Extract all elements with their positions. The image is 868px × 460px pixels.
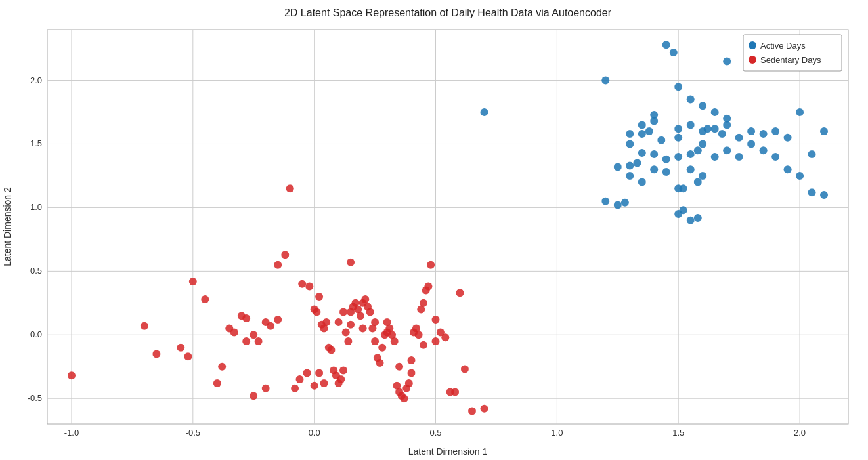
x-tick-label: 0.5 bbox=[429, 428, 441, 438]
active-point bbox=[784, 134, 792, 142]
sedentary-point bbox=[432, 337, 440, 345]
sedentary-point bbox=[230, 328, 238, 336]
sedentary-point bbox=[432, 316, 440, 324]
sedentary-point bbox=[242, 337, 250, 345]
sedentary-point bbox=[262, 385, 270, 392]
active-point bbox=[704, 125, 712, 133]
sedentary-point bbox=[371, 318, 379, 326]
active-point bbox=[626, 140, 634, 148]
sedentary-point bbox=[298, 280, 306, 288]
active-point bbox=[694, 178, 702, 186]
sedentary-point bbox=[376, 359, 384, 367]
sedentary-point bbox=[342, 328, 350, 336]
chart-title: 2D Latent Space Representation of Daily … bbox=[284, 7, 612, 18]
active-point bbox=[650, 150, 658, 158]
sedentary-point bbox=[311, 382, 318, 390]
active-point bbox=[674, 134, 682, 142]
active-point bbox=[771, 127, 779, 135]
active-point bbox=[674, 83, 682, 91]
active-point bbox=[820, 127, 828, 135]
active-point bbox=[796, 108, 804, 116]
active-point bbox=[808, 150, 816, 158]
sedentary-point bbox=[391, 337, 399, 345]
sedentary-point bbox=[420, 341, 427, 349]
active-point bbox=[747, 140, 755, 148]
sedentary-point bbox=[361, 295, 369, 303]
active-point bbox=[723, 58, 731, 66]
x-tick-label: 0.0 bbox=[309, 428, 320, 438]
active-point bbox=[638, 130, 646, 138]
active-point bbox=[723, 115, 731, 123]
chart-container: .tick-label { font-family: Arial, sans-s… bbox=[0, 0, 868, 460]
active-point bbox=[747, 127, 755, 135]
sedentary-point bbox=[408, 369, 416, 377]
y-axis-label: Latent Dimension 2 bbox=[2, 187, 12, 266]
sedentary-point bbox=[177, 344, 184, 352]
sedentary-point bbox=[468, 408, 476, 415]
active-point bbox=[723, 146, 731, 154]
sedentary-point bbox=[441, 333, 449, 341]
sedentary-point bbox=[315, 369, 323, 377]
active-point bbox=[633, 159, 641, 167]
sedentary-point bbox=[274, 261, 282, 269]
active-point bbox=[687, 217, 695, 224]
y-tick-label: 0.0 bbox=[30, 329, 42, 339]
active-point bbox=[662, 168, 670, 176]
sedentary-point bbox=[291, 385, 299, 392]
sedentary-point bbox=[296, 375, 304, 383]
active-point bbox=[657, 136, 665, 144]
sedentary-point bbox=[315, 293, 323, 301]
active-point bbox=[687, 165, 695, 173]
sedentary-point bbox=[303, 369, 311, 377]
sedentary-point bbox=[408, 356, 416, 364]
y-tick-label: 2.0 bbox=[30, 75, 42, 85]
active-point bbox=[687, 96, 695, 104]
active-point bbox=[694, 214, 702, 222]
scatter-plot: .tick-label { font-family: Arial, sans-s… bbox=[0, 0, 868, 460]
active-point bbox=[674, 153, 682, 161]
sedentary-point bbox=[347, 321, 355, 329]
sedentary-point bbox=[339, 308, 347, 316]
active-point bbox=[621, 199, 629, 207]
active-point bbox=[638, 121, 646, 129]
active-point bbox=[771, 153, 779, 161]
x-axis-label: Latent Dimension 1 bbox=[408, 446, 488, 457]
sedentary-point bbox=[405, 379, 413, 387]
x-tick-label: 1.0 bbox=[551, 428, 563, 438]
active-point bbox=[687, 121, 695, 129]
active-point bbox=[784, 165, 792, 173]
active-point bbox=[760, 146, 768, 154]
sedentary-point bbox=[481, 405, 488, 413]
sedentary-point bbox=[347, 259, 355, 266]
sedentary-point bbox=[339, 367, 347, 375]
y-tick-label: -0.5 bbox=[28, 393, 42, 403]
active-point bbox=[796, 172, 804, 180]
active-point bbox=[674, 125, 682, 133]
sedentary-point bbox=[359, 325, 367, 333]
sedentary-point bbox=[322, 318, 330, 326]
active-point bbox=[711, 125, 719, 133]
sedentary-point bbox=[152, 350, 160, 358]
sedentary-point bbox=[201, 295, 209, 303]
x-tick-label: 1.5 bbox=[672, 428, 684, 438]
sedentary-point bbox=[456, 289, 464, 297]
sedentary-point bbox=[305, 283, 313, 291]
active-point bbox=[601, 77, 609, 85]
y-tick-label: 1.0 bbox=[30, 202, 42, 212]
sedentary-point bbox=[281, 251, 289, 259]
sedentary-point bbox=[213, 379, 221, 387]
active-point bbox=[680, 206, 687, 214]
sedentary-point bbox=[383, 328, 391, 336]
active-point bbox=[711, 153, 719, 161]
sedentary-point bbox=[328, 346, 336, 354]
sedentary-point bbox=[427, 261, 435, 269]
sedentary-point bbox=[415, 331, 423, 339]
sedentary-point bbox=[250, 392, 257, 400]
x-tick-label: 2.0 bbox=[794, 428, 806, 438]
active-point bbox=[638, 178, 646, 186]
sedentary-point bbox=[337, 375, 345, 383]
active-point bbox=[711, 108, 719, 116]
active-point bbox=[699, 102, 706, 110]
active-point bbox=[638, 149, 646, 157]
legend-active-dot bbox=[749, 41, 756, 49]
